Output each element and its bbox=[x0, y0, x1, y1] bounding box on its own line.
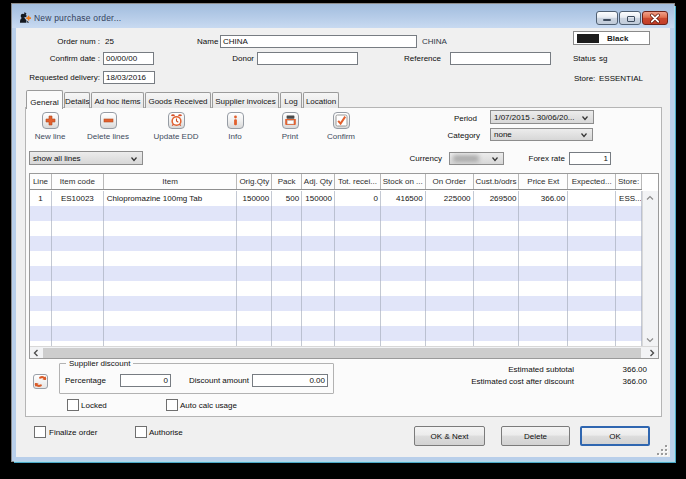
cell bbox=[381, 266, 426, 281]
cell bbox=[30, 296, 52, 311]
cell bbox=[104, 326, 238, 341]
cell bbox=[104, 206, 238, 221]
scroll-left-icon[interactable] bbox=[30, 347, 42, 359]
cell bbox=[335, 296, 381, 311]
cell bbox=[104, 266, 238, 281]
maximize-button[interactable] bbox=[619, 11, 641, 25]
cell bbox=[568, 251, 616, 266]
tab-log[interactable]: Log bbox=[280, 92, 302, 108]
horizontal-scrollbar-thumb[interactable] bbox=[43, 348, 641, 358]
table-row-empty bbox=[30, 251, 642, 266]
cell bbox=[335, 281, 381, 296]
cell bbox=[616, 311, 642, 326]
tab-general[interactable]: General bbox=[26, 90, 63, 109]
column-header-price-ext[interactable]: Price Ext bbox=[519, 174, 568, 189]
finalize-order-checkbox[interactable] bbox=[34, 426, 46, 438]
cell bbox=[519, 236, 568, 251]
cell bbox=[104, 221, 238, 236]
table-row[interactable]: 1ES10023Chlopromazine 100mg Tab150000500… bbox=[30, 191, 642, 206]
show-lines-select[interactable]: show all lines bbox=[29, 151, 143, 165]
cell bbox=[272, 251, 302, 266]
tab-goods-received[interactable]: Goods Received bbox=[145, 92, 211, 108]
scroll-right-icon[interactable] bbox=[646, 347, 658, 359]
tab-supplier-invoices[interactable]: Supplier invoices bbox=[212, 92, 279, 108]
column-header-pack[interactable]: Pack bbox=[272, 174, 302, 189]
cell bbox=[519, 311, 568, 326]
cell bbox=[381, 236, 426, 251]
delete-lines-button[interactable]: Delete lines bbox=[70, 112, 146, 141]
cell bbox=[272, 221, 302, 236]
confirm-date-input[interactable]: 00/00/00 bbox=[103, 52, 154, 65]
scroll-up-icon[interactable] bbox=[644, 192, 656, 204]
percentage-input[interactable]: 0 bbox=[120, 374, 171, 387]
tab-ad-hoc-items[interactable]: Ad hoc items bbox=[91, 92, 144, 108]
cell: 500 bbox=[272, 191, 302, 206]
ok-button[interactable]: OK bbox=[580, 426, 650, 446]
column-header-on-order[interactable]: On Order bbox=[426, 174, 474, 189]
forex-rate-input[interactable]: 1 bbox=[569, 152, 611, 165]
color-combo[interactable]: Black bbox=[573, 31, 650, 45]
cell bbox=[474, 281, 520, 296]
table-row-empty bbox=[30, 296, 642, 311]
column-header-cust-b-odrs[interactable]: Cust.b/odrs bbox=[474, 174, 520, 189]
cell bbox=[52, 251, 104, 266]
estimated-subtotal-value: 366.00 bbox=[623, 365, 647, 374]
table-header: LineItem codeItemOrig.QtyPackAdj. QtyTot… bbox=[30, 174, 642, 190]
cell bbox=[568, 311, 616, 326]
resize-grip[interactable] bbox=[656, 444, 667, 455]
general-tab-panel: New lineDelete linesUpdate EDDInfoPrintC… bbox=[25, 107, 662, 417]
ok-next-button[interactable]: OK & Next bbox=[414, 426, 485, 446]
horizontal-scrollbar[interactable] bbox=[30, 346, 658, 358]
auto-calc-usage-checkbox[interactable] bbox=[166, 399, 178, 411]
delete-button[interactable]: Delete bbox=[501, 426, 570, 446]
column-header-expected[interactable]: Expected... bbox=[568, 174, 616, 189]
column-header-tot-recei[interactable]: Tot. recei... bbox=[335, 174, 381, 189]
cell bbox=[104, 311, 238, 326]
titlebar[interactable]: New purchase order... bbox=[12, 4, 674, 28]
column-header-adj-qty[interactable]: Adj. Qty bbox=[302, 174, 335, 189]
period-select[interactable]: 1/07/2015 - 30/06/20... bbox=[490, 110, 594, 124]
refresh-icon bbox=[34, 375, 47, 388]
locked-checkbox[interactable] bbox=[67, 399, 79, 411]
column-header-orig-qty[interactable]: Orig.Qty bbox=[237, 174, 272, 189]
discount-amount-input[interactable]: 0.00 bbox=[252, 374, 328, 387]
order-lines-table: LineItem codeItemOrig.QtyPackAdj. QtyTot… bbox=[29, 173, 659, 359]
cell bbox=[519, 326, 568, 341]
cell: ES10023 bbox=[52, 191, 104, 206]
tab-location[interactable]: Location bbox=[303, 92, 339, 108]
tab-bar: GeneralDetailsAd hoc itemsGoods Received… bbox=[16, 89, 670, 108]
reference-input[interactable] bbox=[450, 52, 551, 65]
tab-details[interactable]: Details bbox=[64, 92, 90, 108]
cell bbox=[237, 251, 272, 266]
recalculate-discount-button[interactable] bbox=[33, 374, 48, 389]
scroll-down-icon[interactable] bbox=[644, 334, 656, 346]
confirm-button[interactable]: Confirm bbox=[303, 112, 379, 141]
column-header-store[interactable]: Store: bbox=[616, 174, 642, 189]
tab-label: Supplier invoices bbox=[213, 97, 278, 106]
forex-rate-label: Forex rate bbox=[529, 154, 565, 163]
minimize-button[interactable] bbox=[596, 11, 618, 25]
column-header-stock-on[interactable]: Stock on ... bbox=[381, 174, 426, 189]
status-value: sg bbox=[599, 54, 607, 63]
close-button[interactable] bbox=[642, 11, 668, 25]
category-select[interactable]: none bbox=[490, 128, 593, 141]
name-input[interactable]: CHINA bbox=[220, 35, 417, 48]
chevron-down-icon bbox=[131, 156, 137, 162]
cell bbox=[335, 311, 381, 326]
vertical-scrollbar[interactable] bbox=[642, 191, 658, 347]
column-header-item-code[interactable]: Item code bbox=[52, 174, 104, 189]
donor-input[interactable] bbox=[257, 52, 358, 65]
minimize-icon bbox=[603, 19, 611, 22]
column-header-line[interactable]: Line bbox=[30, 174, 52, 189]
cell bbox=[616, 326, 642, 341]
cell bbox=[30, 206, 52, 221]
authorise-checkbox[interactable] bbox=[135, 426, 147, 438]
estimated-cost-after-discount-label: Estimated cost after discount bbox=[471, 377, 574, 386]
cell bbox=[519, 281, 568, 296]
currency-select[interactable] bbox=[449, 152, 504, 165]
column-header-item[interactable]: Item bbox=[104, 174, 238, 189]
requested-delivery-input[interactable]: 18/03/2016 bbox=[103, 71, 155, 84]
cell bbox=[52, 221, 104, 236]
cell bbox=[30, 281, 52, 296]
cell: ESS... bbox=[616, 191, 642, 206]
